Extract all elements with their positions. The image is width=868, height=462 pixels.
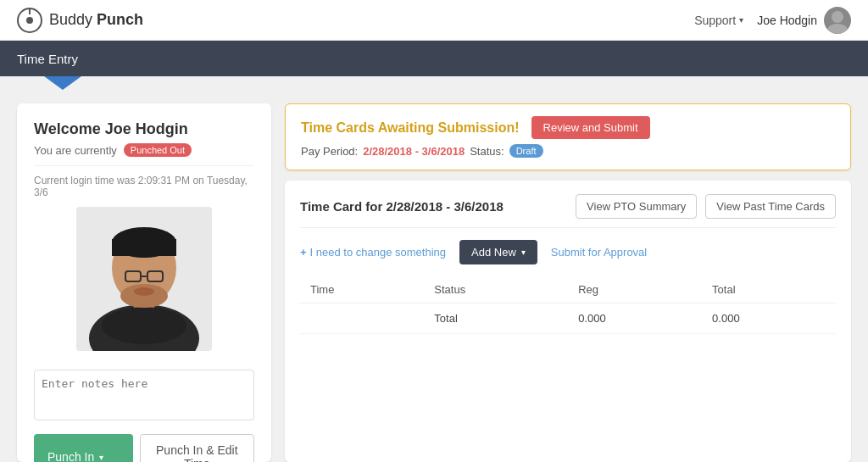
right-panel: Time Cards Awaiting Submission! Review a…: [285, 103, 851, 462]
svg-point-4: [827, 24, 848, 34]
total-label-cell: Total: [424, 303, 568, 334]
chevron-down-icon: ▾: [739, 15, 743, 25]
add-new-chevron-icon: ▾: [521, 248, 526, 257]
login-time: Current login time was 2:09:31 PM on Tue…: [34, 165, 254, 198]
time-table: Time Status Reg Total Total 0.000 0.000: [300, 276, 836, 334]
nav-right: Support ▾ Joe Hodgin: [694, 7, 851, 34]
logo-icon: [17, 8, 42, 33]
user-photo: [76, 207, 212, 351]
sub-header: Time Entry: [0, 41, 868, 76]
top-navigation: Buddy Punch Support ▾ Joe Hodgin: [0, 0, 868, 41]
logo-text: Buddy Punch: [49, 11, 143, 29]
col-total: Total: [702, 276, 836, 303]
welcome-heading: Welcome Joe Hodgin: [34, 120, 254, 138]
change-link-label: I need to change something: [310, 246, 446, 259]
col-time: Time: [300, 276, 424, 303]
support-link[interactable]: Support ▾: [694, 14, 743, 27]
add-new-label: Add New: [471, 246, 516, 259]
alert-top: Time Cards Awaiting Submission! Review a…: [301, 116, 835, 139]
alert-bottom: Pay Period: 2/28/2018 - 3/6/2018 Status:…: [301, 144, 835, 158]
view-pto-button[interactable]: View PTO Summary: [576, 194, 697, 219]
time-card-header: Time Card for 2/28/2018 - 3/6/2018 View …: [300, 194, 836, 228]
svg-point-1: [26, 17, 33, 24]
main-content: Welcome Joe Hodgin You are currently Pun…: [0, 90, 868, 462]
review-submit-button[interactable]: Review and Submit: [531, 116, 650, 139]
total-time-cell: [300, 303, 424, 334]
time-card-toolbar: + I need to change something Add New ▾ S…: [300, 240, 836, 264]
svg-rect-8: [112, 239, 176, 256]
left-panel: Welcome Joe Hodgin You are currently Pun…: [17, 103, 271, 462]
view-past-time-cards-button[interactable]: View Past Time Cards: [705, 194, 836, 219]
punch-in-edit-button[interactable]: Punch In & Edit Time: [140, 434, 254, 462]
avatar: [824, 7, 851, 34]
table-row: Total 0.000 0.000: [300, 303, 836, 334]
draft-badge: Draft: [509, 144, 543, 158]
alert-banner: Time Cards Awaiting Submission! Review a…: [285, 103, 851, 170]
user-name: Joe Hodgin: [757, 14, 817, 27]
plus-icon: +: [300, 246, 307, 259]
svg-point-15: [134, 287, 154, 296]
col-reg: Reg: [568, 276, 702, 303]
table-header: Time Status Reg Total: [300, 276, 836, 303]
table-header-row: Time Status Reg Total: [300, 276, 836, 303]
pay-period-label: Pay Period:: [301, 145, 358, 158]
total-total-cell: 0.000: [702, 303, 836, 334]
user-area[interactable]: Joe Hodgin: [757, 7, 851, 34]
time-card-actions: View PTO Summary View Past Time Cards: [576, 194, 836, 219]
punch-in-button[interactable]: Punch In ▾: [34, 434, 133, 462]
submit-approval-button[interactable]: Submit for Approval: [551, 246, 647, 259]
time-card-title: Time Card for 2/28/2018 - 3/6/2018: [300, 199, 504, 214]
status-badge: Punched Out: [124, 143, 192, 157]
status-prefix: You are currently: [34, 144, 117, 157]
notes-textarea[interactable]: [34, 370, 254, 420]
active-tab-indicator: [44, 76, 81, 90]
total-reg-cell: 0.000: [568, 303, 702, 334]
pay-period-value: 2/28/2018 - 3/6/2018: [363, 145, 465, 158]
punch-in-chevron-icon: ▾: [99, 453, 103, 462]
support-label: Support: [694, 14, 736, 27]
change-link[interactable]: + I need to change something: [300, 246, 446, 259]
logo[interactable]: Buddy Punch: [17, 8, 143, 33]
col-status: Status: [424, 276, 568, 303]
status-line: You are currently Punched Out: [34, 143, 254, 157]
action-buttons: Punch In ▾ Punch In & Edit Time: [34, 434, 254, 462]
table-body: Total 0.000 0.000: [300, 303, 836, 334]
punch-in-edit-label: Punch In & Edit Time: [156, 443, 238, 462]
punch-in-label: Punch In: [47, 450, 94, 462]
page-title: Time Entry: [17, 52, 78, 66]
svg-point-13: [102, 307, 186, 344]
user-silhouette: [76, 207, 212, 351]
alert-title: Time Cards Awaiting Submission!: [301, 120, 520, 136]
status-label: Status:: [470, 145, 504, 158]
time-card-section: Time Card for 2/28/2018 - 3/6/2018 View …: [285, 181, 851, 462]
add-new-button[interactable]: Add New ▾: [459, 240, 537, 264]
svg-point-3: [832, 11, 843, 23]
